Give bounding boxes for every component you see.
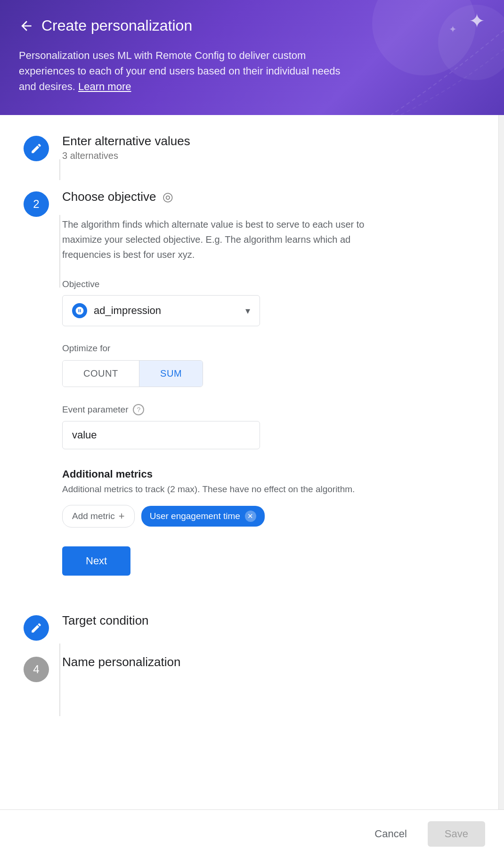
step-2-title: Choose objective ◎ — [62, 190, 480, 204]
objective-icon-circle — [72, 303, 87, 318]
step-1: Enter alternative values 3 alternatives — [24, 115, 480, 171]
step-2-indicator: 2 — [24, 191, 49, 217]
step-2-content: Choose objective ◎ — [62, 190, 480, 215]
step-3-indicator — [24, 615, 49, 641]
save-button[interactable]: Save — [428, 821, 485, 847]
add-metric-button[interactable]: Add metric + — [62, 505, 135, 528]
learn-more-link[interactable]: Learn more — [78, 81, 131, 92]
header-description: Personalization uses ML with Remote Conf… — [19, 48, 358, 94]
count-toggle-button[interactable]: COUNT — [63, 361, 139, 387]
back-arrow-icon — [19, 18, 34, 33]
user-engagement-label: User engagement time — [150, 511, 240, 521]
step-4: 4 Name personalization — [24, 641, 480, 701]
cancel-button[interactable]: Cancel — [365, 822, 416, 846]
objective-icon: ◎ — [163, 190, 173, 204]
step-2-line — [59, 215, 60, 288]
step-1-content: Enter alternative values 3 alternatives — [62, 134, 480, 171]
add-metric-label: Add metric — [72, 511, 115, 521]
step-4-title: Name personalization — [62, 655, 480, 669]
event-parameter-input[interactable] — [62, 421, 260, 449]
pencil-icon — [30, 142, 42, 155]
metrics-row: Add metric + User engagement time ✕ — [62, 505, 480, 528]
step-4-indicator: 4 — [24, 657, 49, 682]
plus-icon: + — [119, 510, 125, 522]
objective-svg-icon — [75, 306, 84, 315]
user-engagement-chip[interactable]: User engagement time ✕ — [141, 506, 265, 527]
page-header: ✦ ✦ Create personalization Personalizati… — [0, 0, 504, 115]
event-param-label-row: Event parameter ? — [62, 404, 480, 415]
step-3-content: Target condition — [62, 613, 480, 639]
optimize-label: Optimize for — [62, 343, 480, 354]
step-1-indicator — [24, 136, 49, 161]
remove-metric-icon[interactable]: ✕ — [245, 511, 256, 522]
decorative-arc — [353, 30, 504, 115]
step-1-subtitle: 3 alternatives — [62, 150, 480, 161]
step-2-body: The algorithm finds which alternate valu… — [62, 217, 480, 599]
help-icon[interactable]: ? — [133, 404, 144, 415]
page-title: Create personalization — [41, 17, 192, 34]
step-1-title: Enter alternative values — [62, 134, 480, 148]
optimize-toggle-group: COUNT SUM — [62, 360, 203, 387]
sum-toggle-button[interactable]: SUM — [139, 361, 203, 387]
additional-metrics-title: Additional metrics — [62, 468, 480, 480]
step-3-title: Target condition — [62, 613, 480, 628]
star-large-icon: ✦ — [469, 9, 485, 33]
step-3-pencil-icon — [30, 622, 42, 634]
star-small-icon: ✦ — [449, 24, 457, 35]
step-4-content: Name personalization — [62, 655, 480, 681]
step-3: Target condition — [24, 599, 480, 641]
objective-field-label: Objective — [62, 279, 480, 289]
algorithm-description: The algorithm finds which alternate valu… — [62, 217, 382, 262]
additional-metrics-desc: Additional metrics to track (2 max). The… — [62, 484, 480, 495]
step-2: 2 Choose objective ◎ — [24, 171, 480, 217]
objective-value: ad_impression — [94, 305, 239, 317]
objective-chevron-icon: ▾ — [245, 305, 250, 316]
next-button[interactable]: Next — [62, 546, 130, 576]
bottom-action-bar: Cancel Save — [0, 809, 504, 858]
objective-dropdown[interactable]: ad_impression ▾ — [62, 295, 260, 326]
